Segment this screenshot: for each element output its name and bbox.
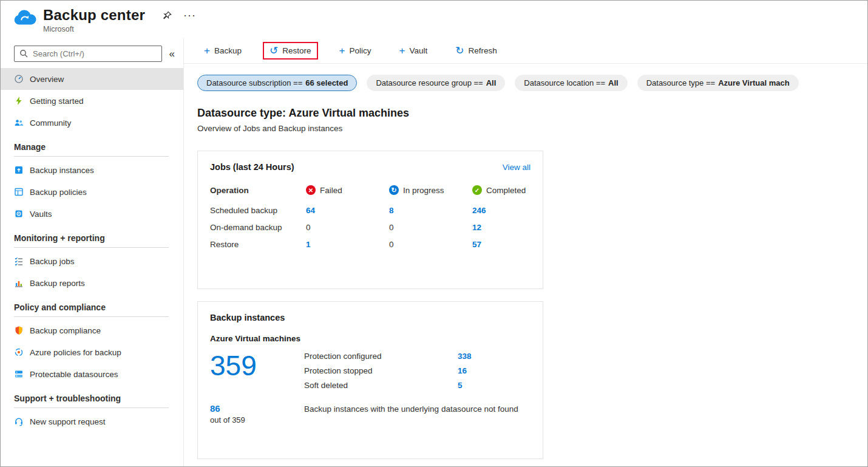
- policy-button[interactable]: + Policy: [333, 42, 378, 60]
- filter-datasource-subscription[interactable]: Datasource subscription == 66 selected: [197, 75, 357, 91]
- sidebar-item-label: Backup policies: [30, 188, 87, 197]
- page-title: Backup center: [43, 7, 145, 24]
- sidebar-section-monitoring: Monitoring + reporting: [14, 233, 169, 248]
- filter-label: Datasource type ==: [646, 78, 715, 87]
- in-progress-count-link[interactable]: 8: [389, 206, 472, 215]
- sidebar-item-vaults[interactable]: Vaults: [1, 203, 183, 225]
- sidebar-item-overview[interactable]: Overview: [1, 68, 183, 90]
- sidebar-item-backup-compliance[interactable]: Backup compliance: [1, 319, 183, 341]
- refresh-button[interactable]: ↻ Refresh: [449, 42, 504, 60]
- failed-count-link[interactable]: 1: [306, 240, 389, 249]
- missing-datasource-of-label: out of 359: [210, 415, 304, 424]
- in-progress-count-link[interactable]: 0: [389, 240, 472, 249]
- filter-value: Azure Virtual mach: [718, 78, 790, 87]
- sidebar-section-policy-compliance: Policy and compliance: [14, 302, 169, 317]
- collapse-sidebar-icon[interactable]: «: [167, 48, 177, 60]
- total-instances-count[interactable]: 359: [210, 352, 304, 380]
- backup-reports-icon: [14, 278, 24, 288]
- completed-count-link[interactable]: 12: [472, 223, 531, 232]
- sidebar-item-new-support-request[interactable]: New support request: [1, 411, 183, 432]
- failed-icon: ✕: [306, 185, 316, 195]
- missing-datasource-count-link[interactable]: 86: [210, 403, 304, 414]
- column-operation: Operation: [210, 186, 306, 195]
- instances-card-subtitle: Azure Virtual machines: [210, 334, 531, 343]
- completed-label: Completed: [486, 186, 526, 195]
- missing-datasource-description: Backup instances with the underlying dat…: [304, 403, 530, 424]
- filter-bar: Datasource subscription == 66 selected D…: [184, 64, 867, 91]
- completed-count-link[interactable]: 57: [472, 240, 531, 249]
- in-progress-label: In progress: [403, 186, 444, 195]
- plus-icon: +: [339, 47, 345, 55]
- sidebar-item-backup-policies[interactable]: Backup policies: [1, 181, 183, 203]
- completed-icon: ✓: [472, 185, 482, 195]
- sidebar-item-getting-started[interactable]: Getting started: [1, 90, 183, 112]
- protection-stopped-count-link[interactable]: 16: [458, 366, 531, 375]
- filter-datasource-resource-group[interactable]: Datasource resource group == All: [367, 75, 505, 91]
- view-all-link[interactable]: View all: [503, 163, 531, 172]
- publisher-label: Microsoft: [43, 25, 198, 33]
- failed-count-link[interactable]: 64: [306, 206, 389, 215]
- stat-label: Protection configured: [304, 352, 458, 361]
- backup-instances-icon: [14, 165, 24, 175]
- refresh-button-label: Refresh: [468, 46, 497, 55]
- pin-icon[interactable]: [162, 10, 172, 21]
- failed-label: Failed: [320, 186, 342, 195]
- jobs-card: Jobs (last 24 Hours) View all Operation …: [197, 151, 543, 289]
- restore-button-label: Restore: [282, 46, 311, 55]
- policy-button-label: Policy: [349, 46, 371, 55]
- plus-icon: +: [399, 47, 405, 55]
- table-row-on-demand-backup: On-demand backup 0 0 12: [210, 223, 531, 232]
- jobs-card-title: Jobs (last 24 Hours): [210, 162, 294, 172]
- sidebar-item-community[interactable]: Community: [1, 112, 183, 134]
- sidebar-item-label: Azure policies for backup: [30, 348, 121, 357]
- backup-button[interactable]: + Backup: [197, 42, 248, 60]
- filter-label: Datasource location ==: [524, 78, 605, 87]
- datasource-type-heading: Datasource type: Azure Virtual machines: [197, 107, 867, 120]
- sidebar-item-azure-policies-for-backup[interactable]: Azure policies for backup: [1, 341, 183, 363]
- backup-compliance-icon: [14, 326, 24, 335]
- sidebar: « Overview Getting started Community: [1, 38, 184, 466]
- operation-name: Restore: [210, 240, 306, 249]
- search-icon: [19, 49, 28, 60]
- azure-policies-icon: [14, 347, 24, 357]
- search-input[interactable]: [14, 46, 162, 62]
- operation-name: Scheduled backup: [210, 206, 306, 215]
- getting-started-icon: [14, 96, 24, 106]
- soft-deleted-count-link[interactable]: 5: [458, 381, 531, 390]
- stat-label: Protection stopped: [304, 366, 458, 375]
- overview-icon: [14, 74, 24, 84]
- sidebar-item-backup-jobs[interactable]: Backup jobs: [1, 250, 183, 272]
- vault-button[interactable]: + Vault: [392, 42, 434, 60]
- instances-card-title: Backup instances: [210, 313, 531, 322]
- operation-name: On-demand backup: [210, 223, 306, 232]
- column-failed: ✕ Failed: [306, 185, 389, 195]
- community-icon: [14, 118, 24, 128]
- more-options-icon[interactable]: ···: [181, 12, 198, 18]
- overview-subheading: Overview of Jobs and Backup instances: [197, 124, 867, 133]
- restore-button[interactable]: ↺ Restore: [263, 42, 318, 60]
- backup-instances-card: Backup instances Azure Virtual machines …: [197, 301, 543, 459]
- in-progress-count-link[interactable]: 0: [389, 223, 472, 232]
- filter-label: Datasource resource group ==: [376, 78, 483, 87]
- main-content: + Backup ↺ Restore + Policy + Vault ↻: [184, 38, 867, 466]
- sidebar-item-label: Backup compliance: [30, 326, 101, 335]
- protectable-datasources-icon: [14, 369, 24, 379]
- failed-count-link[interactable]: 0: [306, 223, 389, 232]
- backup-policies-icon: [14, 187, 24, 197]
- sidebar-item-label: Backup instances: [30, 166, 94, 175]
- sidebar-item-backup-reports[interactable]: Backup reports: [1, 272, 183, 294]
- protection-configured-count-link[interactable]: 338: [458, 352, 531, 361]
- backup-jobs-icon: [14, 256, 24, 266]
- sidebar-item-label: Getting started: [30, 97, 84, 106]
- refresh-icon: ↻: [455, 47, 464, 55]
- sidebar-item-label: Protectable datasources: [30, 370, 118, 379]
- sidebar-item-backup-instances[interactable]: Backup instances: [1, 159, 183, 181]
- sidebar-item-protectable-datasources[interactable]: Protectable datasources: [1, 363, 183, 385]
- filter-datasource-location[interactable]: Datasource location == All: [515, 75, 627, 91]
- sidebar-item-label: Vaults: [30, 210, 52, 219]
- page-header: Backup center ··· Microsoft: [1, 1, 867, 38]
- support-request-icon: [14, 417, 24, 426]
- filter-datasource-type[interactable]: Datasource type == Azure Virtual mach: [637, 75, 799, 91]
- backup-center-cloud-logo-icon: [13, 9, 37, 30]
- completed-count-link[interactable]: 246: [472, 206, 531, 215]
